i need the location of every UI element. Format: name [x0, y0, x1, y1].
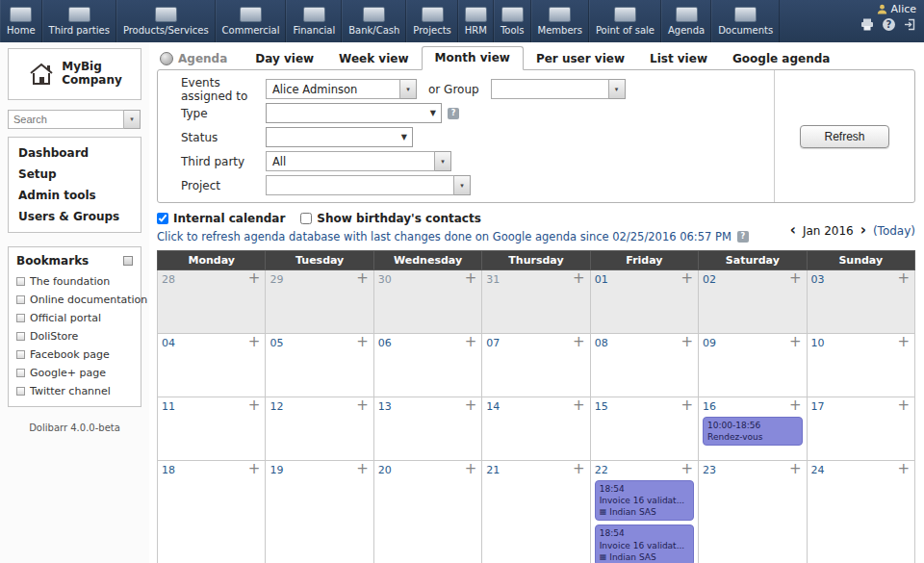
tab-list-view[interactable]: List view [637, 48, 720, 70]
sidebar-item-admin-tools[interactable]: Admin tools [9, 185, 141, 206]
add-event-button[interactable]: + [789, 400, 802, 411]
type-select[interactable]: ▼ [266, 103, 442, 123]
day-number[interactable]: 09 [703, 337, 716, 349]
calendar-day-cell[interactable]: 18+ [158, 461, 266, 563]
day-number[interactable]: 11 [162, 400, 175, 413]
nav-item-point-of-sale[interactable]: Point of sale [589, 0, 661, 42]
next-month-button[interactable]: › [860, 225, 866, 236]
add-event-button[interactable]: + [681, 400, 694, 411]
assigned-dropdown-icon[interactable]: ▾ [400, 79, 417, 99]
assigned-select[interactable]: Alice Adminson ▾ [266, 79, 417, 99]
sidebar-item-dashboard[interactable]: Dashboard [9, 142, 141, 164]
sidebar-item-users-groups[interactable]: Users & Groups [9, 206, 141, 227]
nav-item-projects[interactable]: Projects [406, 0, 457, 42]
calendar-day-cell[interactable]: 21+ [482, 461, 590, 563]
nav-item-bank-cash[interactable]: Bank/Cash [342, 0, 406, 42]
third-party-select[interactable]: All ▾ [266, 151, 451, 171]
nav-item-hrm[interactable]: HRM [458, 0, 494, 42]
add-event-button[interactable]: + [573, 464, 585, 474]
group-dropdown-icon[interactable]: ▾ [609, 79, 626, 99]
nav-item-financial[interactable]: Financial [286, 0, 342, 42]
nav-item-documents[interactable]: Documents [711, 0, 780, 42]
calendar-day-cell[interactable]: 29+ [266, 270, 373, 334]
bookmark-item-facebook-page[interactable]: Facebook page [9, 345, 141, 364]
add-event-button[interactable]: + [465, 337, 477, 347]
add-event-button[interactable]: + [681, 273, 694, 284]
day-number[interactable]: 12 [270, 400, 283, 413]
bookmark-item-twitter-channel[interactable]: Twitter channel [9, 382, 141, 400]
calendar-day-cell[interactable]: 07+ [482, 334, 590, 397]
add-event-button[interactable]: + [789, 273, 802, 284]
today-link[interactable]: (Today) [873, 224, 915, 238]
calendar-day-cell[interactable]: 22+18:54Invoice 16 validat...▦Indian SAS… [590, 461, 698, 563]
calendar-day-cell[interactable]: 30+ [373, 270, 481, 334]
tab-per-user-view[interactable]: Per user view [524, 48, 637, 70]
add-event-button[interactable]: + [789, 464, 802, 474]
add-event-button[interactable]: + [465, 273, 477, 284]
event-chip[interactable]: 18:54Invoice 16 validat...▦Indian SAS [595, 480, 694, 521]
day-number[interactable]: 20 [378, 464, 392, 476]
add-event-button[interactable]: + [897, 273, 910, 284]
day-number[interactable]: 06 [378, 337, 392, 349]
calendar-day-cell[interactable]: 31+ [482, 270, 590, 334]
bookmark-item-official-portal[interactable]: Official portal [9, 309, 141, 327]
add-event-button[interactable]: + [248, 464, 261, 474]
calendar-day-cell[interactable]: 17+ [807, 397, 914, 461]
third-party-dropdown-icon[interactable]: ▾ [435, 151, 451, 171]
tab-week-view[interactable]: Week view [326, 48, 421, 70]
day-number[interactable]: 01 [595, 273, 608, 286]
day-number[interactable]: 16 [703, 400, 716, 413]
bookmark-item-online-documentation[interactable]: Online documentation [9, 291, 141, 309]
add-event-button[interactable]: + [465, 464, 477, 474]
add-event-button[interactable]: + [248, 337, 261, 347]
calendar-day-cell[interactable]: 05+ [266, 334, 373, 397]
nav-item-agenda[interactable]: Agenda [661, 0, 711, 42]
google-refresh-help-icon[interactable]: ? [737, 231, 749, 243]
add-event-button[interactable]: + [897, 400, 910, 411]
tab-google-agenda[interactable]: Google agenda [720, 48, 842, 70]
day-number[interactable]: 18 [162, 464, 175, 476]
day-number[interactable]: 29 [270, 273, 283, 286]
day-number[interactable]: 15 [595, 400, 608, 413]
calendar-day-cell[interactable]: 24+ [807, 461, 914, 563]
internal-calendar-checkbox[interactable] [157, 213, 168, 224]
calendar-day-cell[interactable]: 01+ [590, 270, 698, 334]
day-number[interactable]: 10 [811, 337, 825, 349]
google-refresh-link[interactable]: Click to refresh agenda database with la… [157, 230, 749, 243]
day-number[interactable]: 24 [811, 464, 825, 476]
previous-month-button[interactable]: ‹ [790, 225, 796, 236]
day-number[interactable]: 23 [703, 464, 716, 476]
project-dropdown-icon[interactable]: ▾ [454, 175, 471, 195]
day-number[interactable]: 14 [486, 400, 500, 413]
status-select[interactable]: ▼ [266, 127, 413, 147]
calendar-day-cell[interactable]: 14+ [482, 397, 590, 461]
project-select[interactable]: ▾ [266, 175, 471, 195]
nav-item-products-services[interactable]: Products/Services [116, 0, 216, 42]
calendar-day-cell[interactable]: 04+ [158, 334, 266, 397]
nav-item-members[interactable]: Members [531, 0, 589, 42]
day-number[interactable]: 31 [486, 273, 500, 286]
add-event-button[interactable]: + [681, 464, 694, 474]
calendar-day-cell[interactable]: 20+ [373, 461, 481, 563]
event-chip[interactable]: 10:00-18:56Rendez-vous [703, 417, 802, 446]
add-event-button[interactable]: + [573, 400, 585, 411]
calendar-day-cell[interactable]: 03+ [807, 270, 914, 334]
group-select[interactable]: ▾ [491, 79, 626, 99]
day-number[interactable]: 21 [486, 464, 500, 476]
day-number[interactable]: 28 [162, 273, 175, 286]
add-event-button[interactable]: + [356, 273, 369, 284]
sidebar-item-setup[interactable]: Setup [9, 164, 141, 185]
logout-icon[interactable] [904, 18, 916, 31]
birthday-contacts-checkbox[interactable] [300, 213, 312, 224]
nav-item-home[interactable]: Home [0, 0, 42, 42]
user-menu[interactable]: Alice [877, 3, 916, 15]
day-number[interactable]: 04 [162, 337, 175, 349]
add-event-button[interactable]: + [356, 337, 369, 347]
nav-item-commercial[interactable]: Commercial [216, 0, 287, 42]
print-icon[interactable] [860, 18, 874, 31]
tab-day-view[interactable]: Day view [243, 48, 326, 70]
bookmark-item-the-foundation[interactable]: The foundation [9, 272, 141, 291]
day-number[interactable]: 13 [378, 400, 392, 413]
day-number[interactable]: 05 [270, 337, 283, 349]
calendar-day-cell[interactable]: 28+ [158, 270, 266, 334]
